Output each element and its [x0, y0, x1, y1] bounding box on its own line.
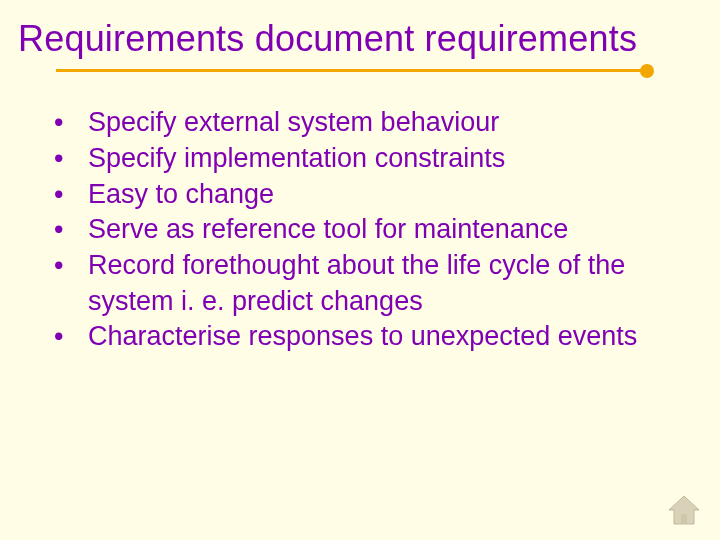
- list-item: Specify external system behaviour: [46, 105, 690, 141]
- title-rule: [56, 63, 690, 77]
- list-item: Characterise responses to unexpected eve…: [46, 319, 690, 355]
- slide: Requirements document requirements Speci…: [0, 0, 720, 540]
- list-item: Specify implementation constraints: [46, 141, 690, 177]
- list-item: Record forethought about the life cycle …: [46, 248, 690, 319]
- svg-rect-1: [681, 514, 687, 524]
- rule-dot: [640, 64, 654, 78]
- page-title: Requirements document requirements: [18, 18, 690, 59]
- list-item: Easy to change: [46, 177, 690, 213]
- home-icon[interactable]: [666, 494, 702, 526]
- rule-line: [56, 69, 646, 72]
- list-item: Serve as reference tool for maintenance: [46, 212, 690, 248]
- bullet-list: Specify external system behaviour Specif…: [46, 105, 690, 354]
